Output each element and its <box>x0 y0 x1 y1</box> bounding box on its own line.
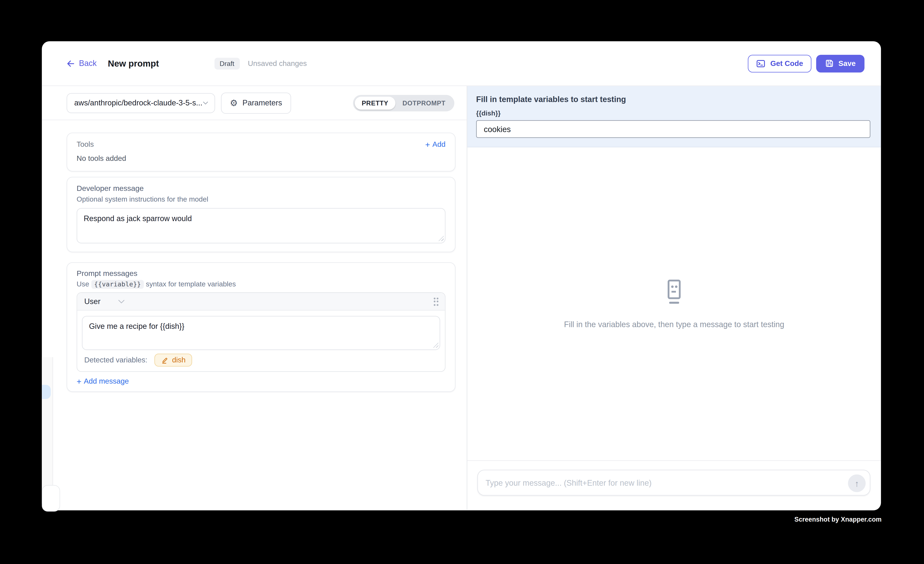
screenshot-stage: Back New prompt Draft Unsaved changes Ge… <box>0 0 924 564</box>
message-input[interactable]: Give me a recipe for {{dish}} <box>82 316 440 350</box>
chat-empty-state: Fill in the variables above, then type a… <box>467 147 881 460</box>
prompt-messages-subtitle: Use {{variable}} syntax for template var… <box>76 280 446 288</box>
tools-card: Tools + Add No tools added <box>67 133 456 171</box>
chat-input-container: ↑ <box>477 470 870 495</box>
pencil-icon <box>161 356 168 364</box>
get-code-button[interactable]: Get Code <box>748 55 812 72</box>
back-label: Back <box>79 59 97 68</box>
message-header: User <box>77 293 445 310</box>
plus-icon: + <box>425 140 430 148</box>
role-value: User <box>84 297 100 306</box>
message-block: User G <box>76 292 446 372</box>
editor-scroll-area: Tools + Add No tools added Developer mes… <box>42 120 466 510</box>
developer-message-field-wrap: Respond as jack sparrow would <box>76 208 446 243</box>
save-button[interactable]: Save <box>816 55 865 72</box>
add-message-label: Add message <box>84 377 129 385</box>
header: Back New prompt Draft Unsaved changes Ge… <box>42 41 881 86</box>
terminal-icon <box>756 58 766 68</box>
background-sidebar-active-item <box>42 385 51 399</box>
editor-panel: aws/anthropic/bedrock-claude-3-5-s... ⚙ … <box>42 86 466 510</box>
background-window-corner <box>42 485 60 512</box>
template-variables-section: Fill in template variables to start test… <box>467 86 881 147</box>
tools-title: Tools <box>76 140 94 148</box>
arrow-up-icon: ↑ <box>855 478 859 488</box>
variables-header: Fill in template variables to start test… <box>476 95 870 104</box>
app-window: Back New prompt Draft Unsaved changes Ge… <box>42 41 881 510</box>
plus-icon: + <box>76 377 81 385</box>
editor-toolbar: aws/anthropic/bedrock-claude-3-5-s... ⚙ … <box>42 86 466 120</box>
variable-syntax-chip: {{variable}} <box>91 280 144 289</box>
message-field-wrap: Give me a recipe for {{dish}} <box>82 316 440 350</box>
status-badge: Draft <box>214 57 240 69</box>
variable-badge-dish[interactable]: dish <box>154 354 192 367</box>
developer-message-subtitle: Optional system instructions for the mod… <box>76 195 446 203</box>
page-title: New prompt <box>108 58 159 69</box>
variable-badge-label: dish <box>172 356 185 364</box>
variable-value-input[interactable] <box>476 120 870 138</box>
watermark-text: Screenshot by Xnapper.com <box>794 516 882 523</box>
role-selector[interactable]: User <box>84 297 125 306</box>
model-selector-value: aws/anthropic/bedrock-claude-3-5-s... <box>74 99 202 107</box>
developer-message-title: Developer message <box>76 184 446 193</box>
test-panel: Fill in template variables to start test… <box>466 86 881 510</box>
chevron-down-icon <box>118 299 125 304</box>
subtitle-suffix: syntax for template variables <box>146 280 236 288</box>
body: aws/anthropic/bedrock-claude-3-5-s... ⚙ … <box>42 86 881 510</box>
chevron-down-icon <box>202 100 208 105</box>
view-mode-toggle: PRETTY DOTPROMPT <box>353 94 454 111</box>
drag-handle-icon[interactable] <box>434 297 438 306</box>
add-tool-label: Add <box>432 140 446 148</box>
add-message-button[interactable]: + Add message <box>76 377 129 385</box>
chat-input-bar: ↑ <box>467 460 881 510</box>
parameters-label: Parameters <box>243 99 282 107</box>
unsaved-changes-text: Unsaved changes <box>248 59 307 68</box>
detected-variables-row: Detected variables: dish <box>82 354 440 367</box>
developer-message-card: Developer message Optional system instru… <box>67 177 456 252</box>
save-label: Save <box>838 59 856 68</box>
prompt-messages-card: Prompt messages Use {{variable}} syntax … <box>67 262 456 392</box>
variable-name-label: {{dish}} <box>476 110 870 117</box>
toggle-dotprompt[interactable]: DOTPROMPT <box>395 96 453 110</box>
empty-state-text: Fill in the variables above, then type a… <box>564 320 784 328</box>
toggle-pretty[interactable]: PRETTY <box>355 96 395 110</box>
subtitle-prefix: Use <box>76 280 89 288</box>
send-button[interactable]: ↑ <box>848 474 866 492</box>
back-button[interactable]: Back <box>66 59 97 68</box>
developer-message-input[interactable]: Respond as jack sparrow would <box>76 208 446 243</box>
detected-variables-label: Detected variables: <box>84 356 147 364</box>
tools-empty-text: No tools added <box>76 154 446 162</box>
prompt-messages-title: Prompt messages <box>76 269 446 278</box>
tools-header-row: Tools + Add <box>76 140 446 148</box>
robot-face-icon <box>663 279 686 305</box>
chat-message-input[interactable] <box>478 478 870 487</box>
get-code-label: Get Code <box>770 59 803 68</box>
model-selector[interactable]: aws/anthropic/bedrock-claude-3-5-s... <box>67 93 215 113</box>
back-arrow-icon <box>66 59 75 68</box>
save-icon <box>825 59 834 68</box>
parameters-button[interactable]: ⚙ Parameters <box>221 92 291 113</box>
gear-icon: ⚙ <box>230 99 238 107</box>
message-content: Give me a recipe for {{dish}} Detected v… <box>77 310 445 371</box>
add-tool-button[interactable]: + Add <box>425 140 446 148</box>
